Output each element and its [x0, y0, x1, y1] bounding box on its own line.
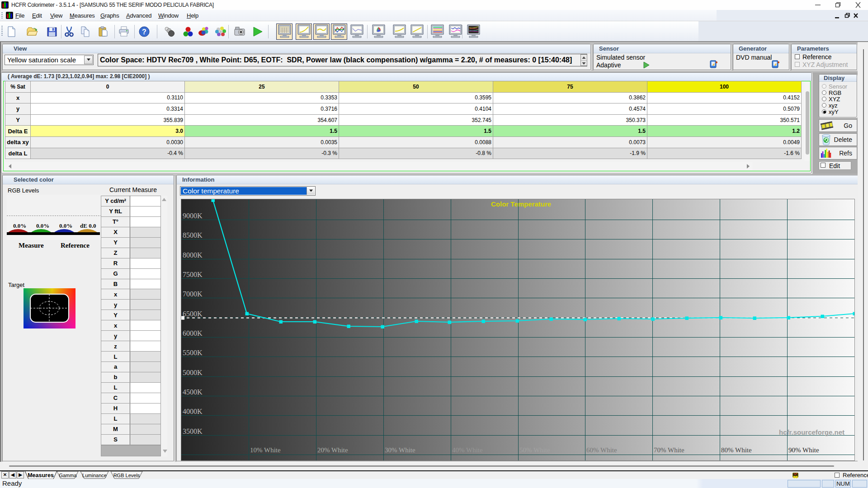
- svg-text:3500K: 3500K: [183, 427, 203, 435]
- svg-text:6000K: 6000K: [183, 329, 203, 337]
- svg-text:8000K: 8000K: [183, 251, 203, 259]
- svg-text:30% White: 30% White: [385, 446, 415, 454]
- svg-text:80% White: 80% White: [721, 446, 752, 454]
- svg-text:10% White: 10% White: [250, 446, 281, 454]
- svg-text:hcfr.sourceforge.net: hcfr.sourceforge.net: [779, 428, 844, 436]
- svg-text:RGB Levels: RGB Levels: [113, 473, 140, 478]
- svg-text:9000K: 9000K: [183, 212, 203, 220]
- svg-text:4000K: 4000K: [183, 408, 203, 415]
- svg-text:40% White: 40% White: [452, 446, 483, 454]
- svg-text:60% White: 60% White: [586, 446, 617, 454]
- svg-text:Luminance: Luminance: [82, 473, 107, 478]
- svg-text:50% White: 50% White: [519, 446, 550, 454]
- svg-text:7500K: 7500K: [183, 271, 203, 278]
- svg-text:Color Temperature: Color Temperature: [491, 200, 551, 208]
- svg-text:4500K: 4500K: [183, 388, 203, 396]
- svg-text:Gamma: Gamma: [59, 473, 77, 478]
- svg-text:20% White: 20% White: [317, 446, 348, 454]
- svg-text:7000K: 7000K: [183, 290, 203, 298]
- svg-text:?: ?: [142, 28, 146, 36]
- svg-text:8500K: 8500K: [183, 231, 203, 239]
- svg-text:5000K: 5000K: [183, 369, 203, 376]
- svg-text:90% White: 90% White: [788, 446, 819, 454]
- svg-text:5500K: 5500K: [183, 349, 203, 357]
- svg-text:70% White: 70% White: [654, 446, 684, 454]
- svg-text:6500K: 6500K: [183, 310, 203, 318]
- svg-text:Measures: Measures: [28, 472, 54, 479]
